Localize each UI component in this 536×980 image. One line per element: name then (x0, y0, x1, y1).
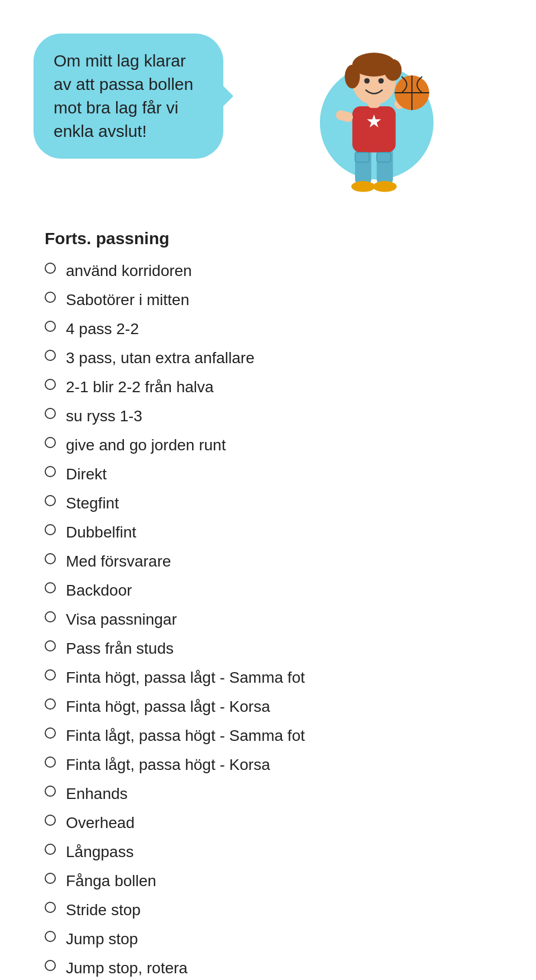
list-item: Stegfint (45, 492, 491, 515)
list-item: Finta lågt, passa högt - Korsa (45, 753, 491, 777)
bullet-circle (45, 495, 56, 506)
bullet-circle (45, 786, 56, 797)
list-item: give and go jorden runt (45, 434, 491, 457)
list-item-text: Sabotörer i mitten (66, 288, 491, 312)
bullet-circle (45, 873, 56, 884)
list-item: 3 pass, utan extra anfallare (45, 346, 491, 370)
svg-point-15 (344, 65, 360, 89)
list-item: Pass från studs (45, 637, 491, 660)
bullet-circle (45, 611, 56, 622)
list-item-text: Overhead (66, 811, 491, 835)
bullet-circle (45, 350, 56, 361)
list-item: Finta högt, passa lågt - Korsa (45, 695, 491, 719)
list-item-text: Visa passningar (66, 608, 491, 631)
list-item: Enhands (45, 782, 491, 806)
list-item-text: 2-1 blir 2-2 från halva (66, 375, 491, 399)
bullet-circle (45, 640, 56, 651)
list-item: 4 pass 2-2 (45, 317, 491, 341)
bullet-circle (45, 321, 56, 332)
bullet-circle (45, 698, 56, 710)
content-section: Forts. passning använd korridorenSabotör… (0, 212, 536, 980)
svg-point-16 (384, 59, 401, 81)
list-item: Direkt (45, 463, 491, 486)
list-item-text: Långpass (66, 840, 491, 864)
bullet-circle (45, 437, 56, 448)
list-item-text: 3 pass, utan extra anfallare (66, 346, 491, 370)
bullet-circle (45, 902, 56, 913)
list-item: Dubbelfint (45, 521, 491, 544)
top-section: Om mitt lag klarar av att passa bollen m… (0, 0, 536, 212)
svg-rect-5 (352, 106, 396, 152)
list-item: Jump stop, rotera (45, 957, 491, 980)
speech-bubble: Om mitt lag klarar av att passa bollen m… (34, 34, 223, 159)
bullet-circle (45, 582, 56, 593)
character-area (240, 22, 502, 201)
list-item-text: Jump stop, rotera (66, 957, 491, 980)
list-item-text: Finta högt, passa lågt - Korsa (66, 695, 491, 719)
list-item: Med försvarare (45, 550, 491, 573)
bullet-circle (45, 524, 56, 535)
bullet-circle (45, 931, 56, 942)
list-item: 2-1 blir 2-2 från halva (45, 375, 491, 399)
list-item: Overhead (45, 811, 491, 835)
list-item: Backdoor (45, 579, 491, 602)
list-item: Sabotörer i mitten (45, 288, 491, 312)
list-item-text: Pass från studs (66, 637, 491, 660)
bullet-circle (45, 727, 56, 739)
section-title: Forts. passning (45, 229, 491, 248)
list-item: Stride stop (45, 898, 491, 922)
list-item-text: Stegfint (66, 492, 491, 515)
list-item: Visa passningar (45, 608, 491, 631)
bullet-circle (45, 553, 56, 564)
list-item-text: Enhands (66, 782, 491, 806)
list-item: su ryss 1-3 (45, 405, 491, 428)
bullet-circle (45, 379, 56, 390)
bullet-circle (45, 408, 56, 419)
list-item-text: 4 pass 2-2 (66, 317, 491, 341)
list-item-text: give and go jorden runt (66, 434, 491, 457)
bullet-circle (45, 292, 56, 303)
list-item: Finta högt, passa lågt - Samma fot (45, 666, 491, 689)
list-item-text: Med försvarare (66, 550, 491, 573)
speech-bubble-text: Om mitt lag klarar av att passa bollen m… (54, 51, 193, 140)
list-container: använd korridorenSabotörer i mitten4 pas… (45, 259, 491, 980)
bullet-circle (45, 757, 56, 768)
list-item-text: Jump stop (66, 927, 491, 951)
bullet-circle (45, 669, 56, 681)
list-item: Fånga bollen (45, 869, 491, 893)
svg-point-17 (364, 78, 370, 84)
bullet-circle (45, 815, 56, 826)
list-item: använd korridoren (45, 259, 491, 283)
list-item-text: su ryss 1-3 (66, 405, 491, 428)
list-item-text: Finta lågt, passa högt - Korsa (66, 753, 491, 777)
bullet-circle (45, 844, 56, 855)
svg-point-4 (373, 181, 397, 192)
list-item-text: Finta högt, passa lågt - Samma fot (66, 666, 491, 689)
list-item-text: Stride stop (66, 898, 491, 922)
list-item: Finta lågt, passa högt - Samma fot (45, 724, 491, 748)
list-item-text: Direkt (66, 463, 491, 486)
list-item: Långpass (45, 840, 491, 864)
list-item-text: använd korridoren (66, 259, 491, 283)
character-illustration (299, 22, 444, 201)
bullet-circle (45, 263, 56, 274)
list-item-text: Backdoor (66, 579, 491, 602)
svg-point-3 (351, 181, 375, 192)
bullet-circle (45, 466, 56, 477)
bullet-circle (45, 960, 56, 971)
list-item-text: Finta lågt, passa högt - Samma fot (66, 724, 491, 748)
list-item-text: Fånga bollen (66, 869, 491, 893)
svg-point-18 (379, 78, 384, 84)
list-item: Jump stop (45, 927, 491, 951)
list-item-text: Dubbelfint (66, 521, 491, 544)
